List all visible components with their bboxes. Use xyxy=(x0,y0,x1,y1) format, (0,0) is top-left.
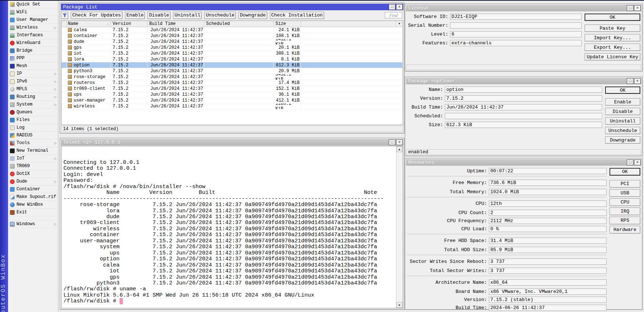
row-select-cell[interactable] xyxy=(62,98,67,103)
row-select-cell[interactable] xyxy=(62,68,67,74)
cell-scheduled[interactable] xyxy=(204,51,274,56)
cell-size[interactable]: 412.1 KiB xyxy=(274,98,301,103)
cell-build-time[interactable]: Jun/26/2024 11:42:37 xyxy=(147,33,204,38)
cell-size[interactable]: 36.1 KiB xyxy=(274,92,301,97)
sidebar-menu-item[interactable]: New WinBox ▷ xyxy=(8,201,58,209)
cell-version[interactable]: 7.15.2 xyxy=(111,92,147,97)
scroll-up-icon[interactable]: ▲ xyxy=(396,146,402,152)
field-input[interactable] xyxy=(445,113,602,119)
sidebar-menu-item[interactable]: User Manager ▷ xyxy=(8,16,58,24)
cell-build-time[interactable]: Jun/26/2024 11:42:37 xyxy=(147,56,204,62)
row-select-cell[interactable] xyxy=(62,45,67,50)
sidebar-menu-item[interactable]: WiFi ▷ xyxy=(8,8,58,16)
cell-scheduled[interactable] xyxy=(204,62,274,68)
cell-size[interactable]: 152.1 KiB xyxy=(274,86,301,91)
table-row[interactable]: python3 7.15.2 Jun/26/2024 11:42:37 20.9… xyxy=(62,68,403,74)
cell-size[interactable]: 3452.1 KiB xyxy=(274,74,301,80)
maximize-icon[interactable]: □ xyxy=(389,139,395,145)
cell-scheduled[interactable] xyxy=(204,74,274,80)
cell-build-time[interactable]: Jun/26/2024 11:42:37 xyxy=(147,98,204,103)
table-row[interactable]: routeros 7.15.2 Jun/26/2024 11:42:37 17.… xyxy=(62,80,403,86)
dialog-button[interactable]: Hardware xyxy=(610,226,640,234)
cell-name[interactable]: python3 xyxy=(67,68,111,74)
column-header-name[interactable]: Name △ xyxy=(67,21,111,27)
table-row[interactable]: calea 7.15.2 Jun/26/2024 11:42:37 24.1 K… xyxy=(62,27,403,33)
cell-name[interactable]: dude xyxy=(67,39,111,44)
cell-version[interactable]: 7.15.2 xyxy=(111,39,147,44)
dialog-button[interactable]: Export Key... xyxy=(585,44,640,51)
row-select-cell[interactable] xyxy=(62,80,67,85)
package-list-titlebar[interactable]: Package List □ × xyxy=(61,4,403,10)
close-icon[interactable]: × xyxy=(396,4,403,10)
cell-name[interactable]: gps xyxy=(67,45,111,50)
dialog-button[interactable]: Update License Key xyxy=(585,53,640,60)
table-row[interactable]: ups 7.15.2 Jun/26/2024 11:42:37 36.1 KiB xyxy=(62,92,403,98)
cell-size[interactable]: 1180.1 KiB xyxy=(274,103,301,109)
field-input[interactable] xyxy=(489,226,607,232)
field-input[interactable] xyxy=(489,238,607,244)
terminal-scrollbar[interactable]: ▲ ▼ xyxy=(396,146,403,308)
cell-build-time[interactable]: Jun/26/2024 11:42:37 xyxy=(147,103,204,109)
close-icon[interactable]: × xyxy=(634,5,641,11)
sidebar-menu-item[interactable]: IP ▷ xyxy=(8,70,58,78)
cell-version[interactable]: 7.15.2 xyxy=(111,98,147,103)
maximize-icon[interactable]: □ xyxy=(627,78,633,84)
cell-name[interactable]: routeros xyxy=(67,80,111,85)
cell-name[interactable]: wireless xyxy=(67,103,111,109)
cell-version[interactable]: 7.15.2 xyxy=(111,45,147,50)
field-input[interactable] xyxy=(489,279,607,286)
cell-version[interactable]: 7.15.2 xyxy=(111,103,147,109)
cell-name[interactable]: ups xyxy=(67,92,111,97)
dialog-button[interactable]: PCI xyxy=(610,180,640,188)
cell-version[interactable]: 7.15.2 xyxy=(111,62,147,68)
sidebar-menu-item[interactable]: Bridge ▷ xyxy=(8,47,58,55)
cell-name[interactable]: iot xyxy=(67,51,111,56)
column-menu-button[interactable]: ▼ xyxy=(396,21,403,26)
cell-build-time[interactable]: Jun/26/2024 11:42:37 xyxy=(147,39,204,44)
cell-scheduled[interactable] xyxy=(204,45,274,50)
cell-version[interactable]: 7.15.2 xyxy=(111,86,147,91)
sidebar-menu-item[interactable]: Routing ▷ xyxy=(8,93,58,101)
filter-button[interactable] xyxy=(61,12,68,19)
sidebar-menu-item[interactable]: MPLS ▷ xyxy=(8,85,58,93)
cell-name[interactable]: rose-storage xyxy=(67,74,111,80)
field-input[interactable] xyxy=(445,87,602,93)
cell-name[interactable]: user-manager xyxy=(67,98,111,103)
field-input[interactable] xyxy=(489,268,607,274)
cell-name[interactable]: option xyxy=(67,62,111,68)
telnet-titlebar[interactable]: Telnet <2> 127.0.0.1 □ × xyxy=(61,139,403,146)
row-select-cell[interactable] xyxy=(62,62,67,68)
cell-size[interactable]: 108.1 KiB xyxy=(274,33,301,38)
row-select-cell[interactable] xyxy=(62,103,67,109)
sidebar-menu-item[interactable]: Files ▷ xyxy=(8,116,58,124)
table-row[interactable]: option 7.15.2 Jun/26/2024 11:42:37 612.3… xyxy=(62,62,403,68)
cell-build-time[interactable]: Jun/26/2024 11:42:37 xyxy=(147,80,204,85)
sidebar-menu-item[interactable]: Container ▷ xyxy=(8,186,58,193)
row-select-cell[interactable] xyxy=(62,92,67,97)
close-icon[interactable]: × xyxy=(396,139,403,145)
field-input[interactable] xyxy=(489,305,607,311)
dialog-button[interactable]: Uninstall xyxy=(605,117,640,125)
row-select-cell[interactable] xyxy=(62,74,67,80)
cell-size[interactable]: 20.9 MiB xyxy=(274,68,301,74)
table-row[interactable]: tr069-client 7.15.2 Jun/26/2024 11:42:37… xyxy=(62,86,403,92)
field-input[interactable] xyxy=(450,14,582,20)
cell-name[interactable]: lora xyxy=(67,56,111,62)
sidebar-menu-item[interactable]: IPv6 ▷ xyxy=(8,78,58,85)
cell-version[interactable]: 7.15.2 xyxy=(111,27,147,33)
dialog-button[interactable]: CPU xyxy=(610,198,640,206)
cell-version[interactable]: 7.15.2 xyxy=(111,68,147,74)
field-input[interactable] xyxy=(489,201,607,207)
cell-build-time[interactable]: Jun/26/2024 11:42:37 xyxy=(147,27,204,33)
cell-version[interactable]: 7.15.2 xyxy=(111,80,147,85)
sidebar-menu-item[interactable]: Make Supout.rif ▷ xyxy=(8,193,58,201)
table-row[interactable]: container 7.15.2 Jun/26/2024 11:42:37 10… xyxy=(62,33,403,39)
table-row[interactable]: user-manager 7.15.2 Jun/26/2024 11:42:37… xyxy=(62,98,403,103)
sidebar-menu-item[interactable]: RADIUS ▷ xyxy=(8,132,58,139)
sidebar-menu-item[interactable]: System ▷ xyxy=(8,101,58,109)
find-input[interactable] xyxy=(385,12,402,18)
field-input[interactable] xyxy=(489,168,607,174)
maximize-icon[interactable]: □ xyxy=(627,159,633,165)
license-titlebar[interactable]: License □ × xyxy=(406,5,641,11)
cell-name[interactable]: container xyxy=(67,33,111,38)
